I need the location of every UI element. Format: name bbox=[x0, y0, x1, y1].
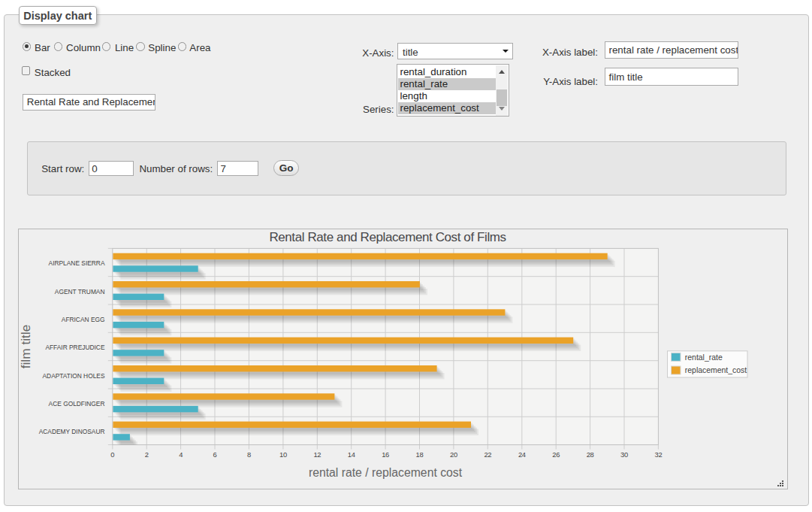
svg-text:30: 30 bbox=[620, 450, 628, 459]
svg-text:Rental Rate and Replacement Co: Rental Rate and Replacement Cost of Film… bbox=[269, 230, 506, 244]
svg-text:10: 10 bbox=[279, 450, 287, 459]
svg-text:18: 18 bbox=[416, 450, 424, 459]
svg-text:24: 24 bbox=[518, 450, 526, 459]
svg-text:16: 16 bbox=[382, 450, 389, 459]
svg-text:ADAPTATION HOLES: ADAPTATION HOLES bbox=[43, 372, 105, 380]
svg-text:6: 6 bbox=[213, 450, 217, 459]
svg-text:ACE GOLDFINGER: ACE GOLDFINGER bbox=[49, 400, 105, 407]
svg-text:4: 4 bbox=[179, 450, 183, 459]
svg-text:12: 12 bbox=[313, 450, 321, 459]
svg-text:AFRICAN EGG: AFRICAN EGG bbox=[62, 316, 105, 323]
svg-text:AGENT TRUMAN: AGENT TRUMAN bbox=[55, 288, 105, 295]
svg-text:ACADEMY DINOSAUR: ACADEMY DINOSAUR bbox=[39, 428, 105, 435]
svg-text:14: 14 bbox=[348, 450, 355, 459]
svg-text:rental_rate: rental_rate bbox=[685, 353, 723, 362]
svg-text:replacement_cost: replacement_cost bbox=[685, 366, 747, 374]
svg-text:22: 22 bbox=[484, 450, 491, 459]
svg-text:8: 8 bbox=[247, 450, 251, 459]
svg-text:26: 26 bbox=[552, 450, 560, 459]
svg-text:28: 28 bbox=[587, 450, 594, 459]
svg-text:0: 0 bbox=[110, 450, 114, 459]
svg-text:AFFAIR PREJUDICE: AFFAIR PREJUDICE bbox=[45, 344, 105, 351]
svg-text:32: 32 bbox=[654, 450, 662, 459]
svg-text:rental rate / replacement cost: rental rate / replacement cost bbox=[309, 466, 463, 479]
svg-text:20: 20 bbox=[450, 450, 457, 459]
svg-text:AIRPLANE SIERRA: AIRPLANE SIERRA bbox=[49, 259, 105, 267]
svg-text:2: 2 bbox=[145, 450, 149, 459]
svg-text:film title: film title bbox=[18, 325, 33, 369]
